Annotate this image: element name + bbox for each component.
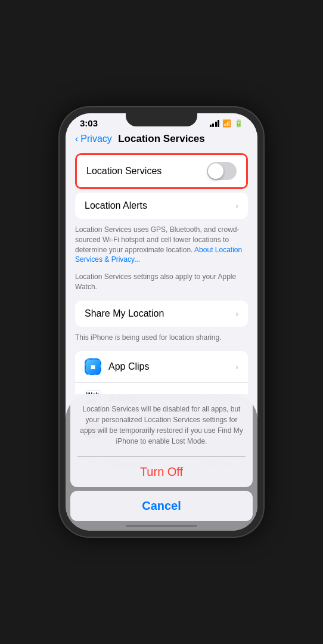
share-my-location-chevron-icon: › [235, 309, 238, 318]
location-alerts-group: Location Alerts › [75, 193, 248, 219]
cancel-button[interactable]: Cancel [70, 491, 253, 521]
home-indicator [126, 525, 197, 527]
location-services-highlighted-container: Location Services [75, 153, 248, 189]
location-services-label: Location Services [86, 166, 207, 177]
nav-bar: ‹ Privacy Location Services [66, 131, 257, 150]
turn-off-label: Turn Off [140, 465, 183, 478]
app-clips-label: App Clips [108, 361, 235, 372]
back-label: Privacy [80, 134, 111, 144]
page-title: Location Services [118, 133, 205, 145]
share-my-location-label: Share My Location [85, 308, 235, 319]
action-sheet: Location Services will be disabled for a… [66, 394, 257, 521]
status-time: 3:03 [80, 118, 98, 128]
app-clips-chevron-icon: › [235, 362, 238, 371]
share-my-location-group: Share My Location › [75, 301, 248, 327]
action-sheet-container: Location Services will be disabled for a… [70, 394, 253, 487]
location-alerts-label: Location Alerts [85, 200, 235, 211]
location-services-toggle[interactable] [207, 162, 237, 180]
action-sheet-overlay: Location Services will be disabled for a… [66, 394, 257, 531]
description-1: Location Services uses GPS, Bluetooth, a… [66, 222, 257, 270]
phone-screen: 3:03 📶 🔋 ‹ Privacy Location Services [66, 113, 257, 531]
share-my-location-desc: This iPhone is being used for location s… [66, 330, 257, 348]
location-services-row[interactable]: Location Services [77, 155, 246, 187]
turn-off-button[interactable]: Turn Off [77, 457, 246, 487]
location-alerts-chevron-icon: › [235, 201, 238, 210]
cancel-label: Cancel [142, 499, 181, 512]
list-item[interactable]: ■ App Clips › [75, 351, 248, 383]
app-clips-icon: ■ [85, 358, 101, 375]
notch [126, 113, 197, 126]
description-2: Location Services settings also apply to… [66, 270, 257, 297]
wifi-icon: 📶 [222, 119, 231, 128]
signal-bars-icon [210, 120, 220, 127]
back-button[interactable]: ‹ Privacy [75, 134, 112, 144]
status-icons: 📶 🔋 [210, 119, 244, 128]
battery-icon: 🔋 [234, 119, 243, 128]
toggle-knob [208, 163, 223, 179]
chevron-left-icon: ‹ [75, 134, 78, 144]
share-my-location-row[interactable]: Share My Location › [75, 301, 248, 327]
action-sheet-message: Location Services will be disabled for a… [77, 404, 246, 456]
phone-frame: 3:03 📶 🔋 ‹ Privacy Location Services [60, 107, 263, 537]
location-alerts-row[interactable]: Location Alerts › [75, 193, 248, 219]
